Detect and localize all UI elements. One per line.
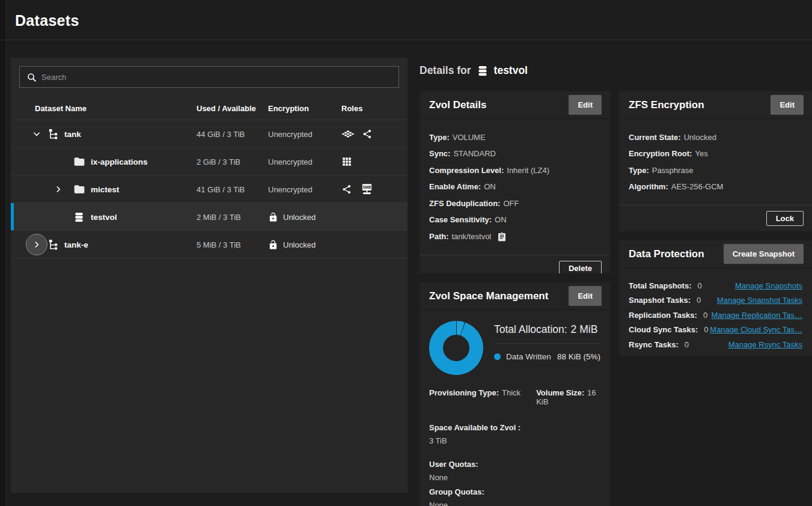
manage-rsync-tasks-link[interactable]: Manage Rsync Tasks bbox=[728, 340, 802, 349]
legend-dot-icon bbox=[494, 353, 501, 360]
page-title: Datasets bbox=[15, 12, 79, 29]
zvol-icon bbox=[477, 65, 489, 77]
dp-row-rsync-tasks: Rsync Tasks:0 Manage Rsync Tasks bbox=[629, 340, 802, 349]
encryption-status: Unencrypted bbox=[268, 175, 313, 203]
column-used-available: Used / Available bbox=[197, 104, 256, 113]
roles-cell: SMB bbox=[341, 175, 374, 203]
zvol-icon bbox=[73, 203, 85, 231]
dataset-name: mictest bbox=[91, 175, 119, 203]
dataset-root-icon bbox=[47, 231, 59, 258]
field-label: Enable Atime: bbox=[429, 182, 481, 191]
card-title: Zvol Space Management bbox=[429, 290, 548, 302]
field-label: Encryption Root: bbox=[629, 149, 692, 158]
collapsed-sidebar bbox=[0, 0, 6, 506]
field-label: ZFS Deduplication: bbox=[429, 199, 500, 208]
dataset-name: tank-e bbox=[64, 231, 88, 258]
smb-share-icon: SMB bbox=[359, 182, 374, 197]
manage-replication-tasks-link[interactable]: Manage Replication Tas… bbox=[711, 311, 802, 320]
roles-cell bbox=[341, 148, 352, 175]
dp-row-snapshot-tasks: Snapshot Tasks:0 Manage Snapshot Tasks bbox=[629, 296, 802, 305]
field-value: ON bbox=[495, 215, 507, 224]
used-available: 5 MiB / 3 TiB bbox=[197, 231, 241, 258]
delete-button[interactable]: Delete bbox=[559, 261, 602, 273]
field-label: Type: bbox=[429, 133, 450, 142]
zvol-path: tank/testvol bbox=[452, 232, 492, 241]
used-available: 2 MiB / 3 TiB bbox=[197, 203, 241, 231]
chevron-right-icon bbox=[52, 184, 64, 195]
field-value: Inherit (LZ4) bbox=[507, 166, 549, 175]
encryption-status: Unlocked bbox=[268, 231, 316, 258]
space-available-block: Space Available to Zvol : 3 TiB bbox=[420, 415, 610, 454]
data-protection-card: Data Protection Create Snapshot Total Sn… bbox=[619, 240, 812, 356]
column-roles: Roles bbox=[341, 104, 362, 113]
table-row-testvol[interactable]: testvol 2 MiB / 3 TiB Unlocked bbox=[11, 203, 408, 231]
dp-row-replication-tasks: Replication Tasks:0 Manage Replication T… bbox=[629, 311, 802, 320]
edit-button[interactable]: Edit bbox=[569, 95, 602, 115]
expand-toggle[interactable] bbox=[26, 231, 47, 258]
manage-cloud-sync-tasks-link[interactable]: Manage Cloud Sync Tas… bbox=[710, 325, 802, 334]
create-snapshot-button[interactable]: Create Snapshot bbox=[724, 244, 804, 264]
encryption-status: Unlocked bbox=[268, 203, 316, 231]
table-row-mictest[interactable]: mictest 41 GiB / 3 TiB Unencrypted SMB bbox=[11, 175, 408, 203]
zfs-encryption-card: ZFS Encryption Edit Current State:Unlock… bbox=[619, 91, 812, 231]
field-value: VOLUME bbox=[453, 133, 486, 142]
search-box bbox=[19, 66, 399, 88]
field-value: STANDARD bbox=[453, 149, 496, 158]
manage-snapshots-link[interactable]: Manage Snapshots bbox=[735, 281, 802, 290]
used-available: 44 GiB / 3 TiB bbox=[197, 120, 245, 148]
card-title: Data Protection bbox=[629, 248, 704, 260]
field-value: Unlocked bbox=[684, 133, 716, 142]
expand-toggle[interactable] bbox=[31, 120, 43, 148]
total-allocation: Total Allocation:2 MiB bbox=[494, 323, 600, 336]
copy-path-icon[interactable] bbox=[497, 232, 507, 242]
header-divider bbox=[0, 40, 812, 40]
folder-icon bbox=[73, 175, 85, 203]
field-value: OFF bbox=[503, 199, 519, 208]
table-row-tank[interactable]: tank 44 GiB / 3 TiB Unencrypted bbox=[11, 120, 408, 148]
provisioning-line: Provisioning Type:Thick Volume Size:16 K… bbox=[420, 380, 610, 415]
field-value: Yes bbox=[695, 149, 707, 158]
lock-button[interactable]: Lock bbox=[766, 211, 804, 226]
table-header: Dataset Name Used / Available Encryption… bbox=[11, 96, 408, 120]
search-input[interactable] bbox=[20, 67, 398, 87]
used-available: 41 GiB / 3 TiB bbox=[197, 175, 245, 203]
edit-button[interactable]: Edit bbox=[569, 286, 602, 306]
share-icon bbox=[362, 129, 373, 139]
field-value: Passphrase bbox=[652, 166, 694, 175]
dp-row-snapshots: Total Snapshots:0 Manage Snapshots bbox=[629, 281, 802, 290]
column-encryption: Encryption bbox=[268, 104, 309, 113]
roles-cell bbox=[341, 120, 373, 148]
apps-dataset-icon bbox=[341, 127, 355, 141]
expand-toggle[interactable] bbox=[52, 175, 64, 203]
edit-button[interactable]: Edit bbox=[771, 95, 804, 115]
used-available: 2 GiB / 3 TiB bbox=[197, 148, 240, 175]
table-row-ix-applications[interactable]: ix-applications 2 GiB / 3 TiB Unencrypte… bbox=[11, 148, 408, 175]
field-label: Path: bbox=[429, 232, 449, 241]
dataset-name: testvol bbox=[91, 203, 117, 231]
field-label: Case Sensitivity: bbox=[429, 215, 492, 224]
share-icon bbox=[341, 184, 352, 195]
zvol-details-card: Zvol Details Edit Type:VOLUME Sync:STAND… bbox=[420, 91, 610, 273]
encryption-status: Unencrypted bbox=[268, 120, 313, 148]
folder-icon bbox=[73, 148, 85, 175]
lock-open-icon bbox=[268, 212, 278, 222]
field-value: AES-256-GCM bbox=[671, 182, 724, 191]
dp-row-cloud-sync-tasks: Cloud Sync Tasks:0 Manage Cloud Sync Tas… bbox=[629, 325, 802, 334]
search-icon bbox=[26, 72, 37, 83]
field-label: Type: bbox=[629, 166, 649, 175]
details-prefix: Details for bbox=[420, 64, 471, 77]
svg-text:SMB: SMB bbox=[362, 185, 371, 189]
dataset-name: tank bbox=[64, 120, 81, 148]
quotas-block: User Quotas: None Group Quotas: None bbox=[420, 454, 610, 506]
space-donut-chart bbox=[429, 321, 483, 375]
card-title: Zvol Details bbox=[429, 99, 486, 111]
details-heading: Details for testvol bbox=[420, 64, 528, 77]
legend-data-written: Data Written 88 KiB (5%) bbox=[494, 352, 600, 361]
chevron-right-circle-icon bbox=[26, 234, 47, 255]
field-label: Algorithm: bbox=[629, 182, 668, 191]
details-dataset-name: testvol bbox=[494, 64, 528, 77]
field-value: ON bbox=[484, 182, 496, 191]
manage-snapshot-tasks-link[interactable]: Manage Snapshot Tasks bbox=[717, 296, 802, 305]
table-row-tank-e[interactable]: tank-e 5 MiB / 3 TiB Unlocked bbox=[11, 231, 408, 258]
datasets-panel: Dataset Name Used / Available Encryption… bbox=[11, 58, 408, 493]
